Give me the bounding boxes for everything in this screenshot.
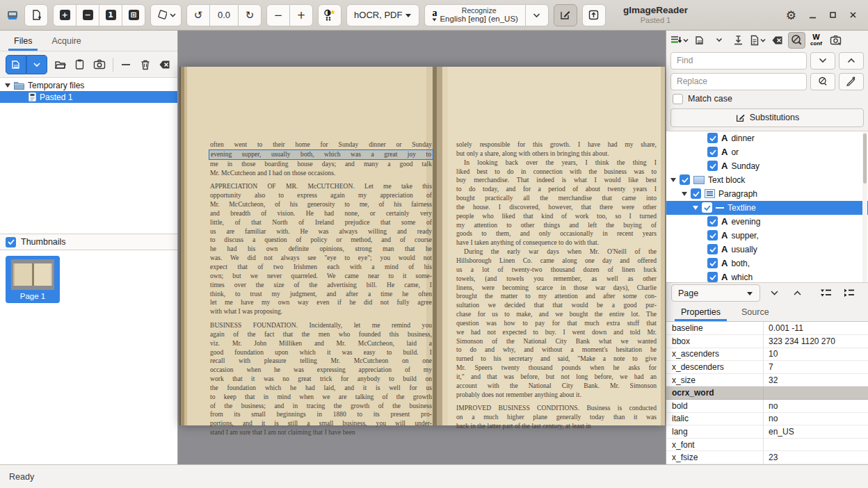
item-checkbox[interactable] [707, 272, 718, 282]
remove-source-button[interactable] [119, 56, 132, 74]
tree-item-temporary-files[interactable]: Temporary files [0, 79, 177, 91]
item-checkbox[interactable] [707, 258, 718, 268]
add-page-button[interactable] [24, 4, 48, 26]
expander-icon[interactable] [693, 206, 698, 210]
ocr-tree-item[interactable]: Aboth, [666, 257, 868, 270]
property-row[interactable]: x_size32 [666, 374, 868, 387]
ocr-tree-item[interactable]: Awhich [666, 270, 868, 283]
save-output-button[interactable] [730, 32, 747, 49]
scrollbar-thumb[interactable] [863, 133, 867, 184]
close-button[interactable] [849, 11, 857, 19]
open-folder-button[interactable] [54, 56, 67, 74]
thumbnails-checkbox[interactable] [6, 237, 16, 247]
expander-icon[interactable] [5, 83, 10, 88]
property-row[interactable]: x_font [666, 439, 868, 452]
match-case-checkbox[interactable] [673, 94, 683, 104]
zoom-out-button[interactable]: − [76, 4, 99, 26]
find-next-button[interactable] [810, 52, 835, 70]
insert-mode-dropdown[interactable] [670, 32, 689, 49]
ocr-tree-item[interactable]: Textline [666, 201, 868, 215]
item-checkbox[interactable] [707, 244, 718, 254]
export-output-dropdown[interactable] [749, 32, 766, 49]
ocr-tree-item[interactable]: Aor [666, 145, 868, 159]
rotate-right-button[interactable]: ↻ [238, 4, 262, 26]
replace-all-button[interactable] [839, 73, 864, 90]
ocr-mode-dropdown[interactable]: hOCR, PDF [346, 4, 419, 26]
screenshot-button[interactable] [93, 56, 106, 74]
tree-item-pasted[interactable]: Pasted 1 [0, 91, 177, 103]
previous-match-button[interactable] [789, 285, 806, 302]
zoom-in-button[interactable]: + [53, 4, 77, 26]
collapse-all-button[interactable] [840, 285, 858, 302]
item-checkbox[interactable] [707, 147, 718, 157]
expand-all-button[interactable] [817, 285, 835, 302]
property-row[interactable]: italicno [666, 413, 868, 426]
maximize-button[interactable] [829, 11, 837, 19]
rotation-angle-field[interactable]: 0.0 [209, 4, 239, 26]
page-selector[interactable]: Page [671, 284, 760, 302]
find-replace-toggle[interactable] [788, 32, 805, 49]
paste-button[interactable] [73, 56, 86, 74]
rotate-left-button[interactable]: ↺ [186, 4, 210, 26]
find-previous-button[interactable] [839, 52, 864, 70]
open-output-button[interactable] [691, 32, 708, 49]
minimize-button[interactable] [809, 11, 817, 19]
item-checkbox[interactable] [707, 216, 718, 227]
property-row[interactable]: x_fsize23 [666, 451, 868, 464]
scanned-book-image[interactable]: often went to their home for Sunday dinn… [179, 67, 665, 425]
property-row[interactable]: langen_US [666, 425, 868, 439]
delete-source-button[interactable] [139, 56, 152, 74]
word-confidence-toggle[interactable]: Wconf [807, 32, 825, 49]
substitutions-button[interactable]: Substitutions [670, 108, 864, 127]
document-canvas[interactable]: often went to their home for Sunday dinn… [178, 31, 666, 464]
property-row[interactable]: ocrx_word [666, 387, 868, 400]
settings-button[interactable]: ⚙ [786, 8, 796, 22]
property-row[interactable]: x_ascenders10 [666, 348, 868, 361]
ocr-tree-item[interactable]: Aevening [666, 215, 868, 229]
property-row[interactable]: x_descenders7 [666, 361, 868, 374]
ocr-tree-item[interactable]: ASunday [666, 159, 868, 173]
ocr-tree-item[interactable]: Text block [666, 173, 868, 187]
ocr-tree-item[interactable]: Asupper, [666, 229, 868, 243]
increment-button[interactable]: + [289, 4, 313, 26]
property-row[interactable]: bbox323 234 1120 270 [666, 335, 868, 348]
ocr-tree-item[interactable]: Adinner [666, 131, 868, 145]
find-input[interactable] [670, 52, 807, 70]
expander-icon[interactable] [670, 178, 676, 182]
ocr-tree-item[interactable]: Ausually [666, 243, 868, 257]
selected-textline-highlight[interactable]: evening supper, usually both, which was … [209, 149, 433, 160]
image-controls-button[interactable] [318, 4, 341, 26]
property-row[interactable]: boldno [666, 400, 868, 413]
open-file-button[interactable] [6, 55, 26, 74]
tab-acquire[interactable]: Acquire [42, 31, 90, 51]
replace-button[interactable] [810, 73, 835, 90]
item-checkbox[interactable] [707, 161, 718, 171]
tree-scrollbar[interactable] [862, 132, 867, 283]
tab-properties[interactable]: Properties [672, 303, 730, 322]
tab-source[interactable]: Source [732, 303, 778, 322]
tab-files[interactable]: Files [4, 31, 42, 51]
next-match-button[interactable] [766, 285, 783, 302]
open-output-dropdown[interactable] [710, 32, 728, 49]
open-file-dropdown[interactable] [26, 55, 47, 74]
item-checkbox[interactable] [707, 133, 718, 143]
recognize-dropdown-button[interactable] [525, 4, 549, 26]
thumbnail-page-1[interactable]: Page 1 [6, 256, 60, 303]
item-checkbox[interactable] [707, 230, 718, 241]
property-row[interactable]: baseline0.001 -11 [666, 322, 868, 335]
decrement-button[interactable]: − [266, 4, 290, 26]
rotate-mode-dropdown[interactable] [150, 4, 182, 26]
recognize-button[interactable]: a Recognize English [eng] (en_US) [424, 4, 526, 26]
ocr-tree-item[interactable]: Paragraph [666, 187, 868, 201]
replace-input[interactable] [670, 73, 807, 90]
export-button[interactable] [582, 4, 606, 26]
output-pane-toggle[interactable] [554, 4, 577, 26]
item-checkbox[interactable] [702, 202, 712, 213]
expander-icon[interactable] [682, 192, 687, 196]
item-checkbox[interactable] [680, 174, 690, 185]
zoom-fit-button[interactable]: ⊞ [122, 4, 145, 26]
clear-output-button[interactable] [769, 32, 786, 49]
zoom-original-button[interactable]: 1 [99, 4, 122, 26]
item-checkbox[interactable] [691, 188, 701, 199]
clear-sources-button[interactable] [159, 56, 172, 74]
